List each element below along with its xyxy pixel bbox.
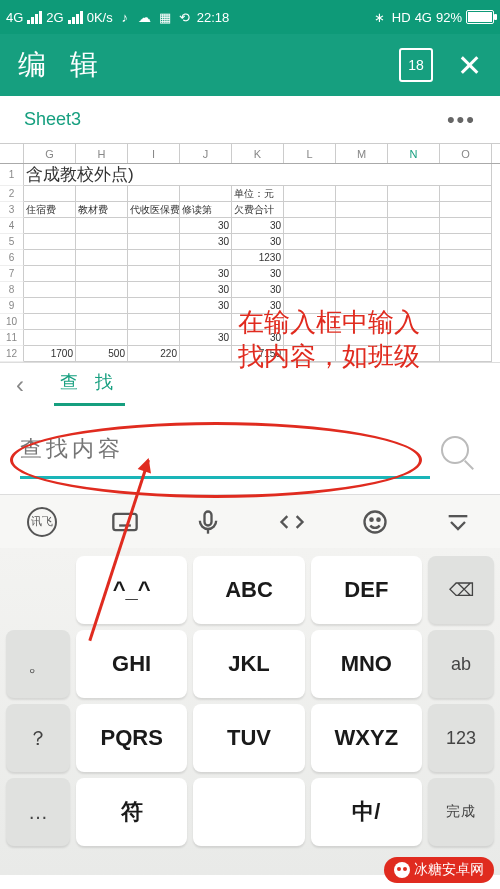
emoji-icon[interactable] xyxy=(357,504,393,540)
key-123[interactable]: 123 xyxy=(428,704,494,772)
svg-point-10 xyxy=(377,518,379,520)
status-left: 4G 2G 0K/s ♪ ☁ ▦ ⟲ 22:18 xyxy=(6,9,229,25)
watermark: 冰糖安卓网 xyxy=(384,857,494,883)
close-icon[interactable]: ✕ xyxy=(457,48,482,83)
table-row[interactable]: 1217005002207150 xyxy=(0,346,500,362)
keyboard-icon[interactable] xyxy=(107,504,143,540)
key-tuv[interactable]: TUV xyxy=(193,704,304,772)
music-icon: ♪ xyxy=(117,9,133,25)
find-toolbar: ‹ 查 找 xyxy=(0,362,500,406)
ime-logo-icon[interactable]: 讯飞 xyxy=(24,504,60,540)
grid-icon: ▦ xyxy=(157,9,173,25)
key-ab-mode[interactable]: ab xyxy=(428,630,494,698)
cloud-icon: ☁ xyxy=(137,9,153,25)
svg-point-9 xyxy=(370,518,372,520)
key-pqrs[interactable]: PQRS xyxy=(76,704,187,772)
find-tab[interactable]: 查 找 xyxy=(60,370,119,400)
key-abc[interactable]: ABC xyxy=(193,556,304,624)
table-row[interactable]: 43030 xyxy=(0,218,500,234)
battery-icon xyxy=(466,10,494,24)
key-question[interactable]: ？ xyxy=(6,704,70,772)
key-mno[interactable]: MNO xyxy=(311,630,422,698)
count-badge[interactable]: 18 xyxy=(399,48,433,82)
signal-icon xyxy=(27,11,42,24)
table-row[interactable]: 73030 xyxy=(0,266,500,282)
signal-icon-2 xyxy=(68,11,83,24)
key-jkl[interactable]: JKL xyxy=(193,630,304,698)
key-space[interactable] xyxy=(193,778,304,846)
net-label-1: 4G xyxy=(6,10,23,25)
battery-pct: 92% xyxy=(436,10,462,25)
search-icon xyxy=(441,436,469,464)
net-label-2: 2G xyxy=(46,10,63,25)
sheet-tab-bar: Sheet3 ••• xyxy=(0,96,500,144)
code-icon[interactable] xyxy=(274,504,310,540)
key-face[interactable]: ^_^ xyxy=(76,556,187,624)
key-ellipsis[interactable]: … xyxy=(6,778,70,846)
svg-rect-6 xyxy=(205,511,212,525)
key-period[interactable]: 。 xyxy=(6,630,70,698)
bt-icon: ∗ xyxy=(372,9,388,25)
search-button[interactable] xyxy=(430,436,480,464)
search-row xyxy=(0,406,500,494)
more-icon[interactable]: ••• xyxy=(447,107,476,133)
spreadsheet[interactable]: GHI JKL MNO 1 含成教校外点) 2 单位：元 3 住宿费 教材费 代… xyxy=(0,144,500,362)
table-row[interactable]: 61230 xyxy=(0,250,500,266)
back-icon[interactable]: ‹ xyxy=(16,371,24,399)
mic-icon[interactable] xyxy=(190,504,226,540)
net-speed: 0K/s xyxy=(87,10,113,25)
page-title: 编 辑 xyxy=(18,46,106,84)
hd-label: HD xyxy=(392,10,411,25)
app-header: 编 辑 18 ✕ xyxy=(0,34,500,96)
table-row[interactable]: 10 xyxy=(0,314,500,330)
key-def[interactable]: DEF xyxy=(311,556,422,624)
sync-icon: ⟲ xyxy=(177,9,193,25)
status-bar: 4G 2G 0K/s ♪ ☁ ▦ ⟲ 22:18 ∗ HD 4G 92% xyxy=(0,0,500,34)
key-symbols[interactable]: 符 xyxy=(76,778,187,846)
key-ghi[interactable]: GHI xyxy=(76,630,187,698)
table-row[interactable]: 113030 xyxy=(0,330,500,346)
dropdown-icon[interactable] xyxy=(440,504,476,540)
table-row[interactable]: 93030 xyxy=(0,298,500,314)
column-headers: GHI JKL MNO xyxy=(0,144,500,164)
table-row[interactable]: 53030 xyxy=(0,234,500,250)
backspace-icon: ⌫ xyxy=(449,579,474,601)
key-wxyz[interactable]: WXYZ xyxy=(311,704,422,772)
svg-rect-0 xyxy=(113,513,136,529)
net-label-3: 4G xyxy=(415,10,432,25)
svg-point-8 xyxy=(364,511,385,532)
sheet-tab[interactable]: Sheet3 xyxy=(24,109,81,130)
search-input[interactable] xyxy=(20,422,430,479)
key-done[interactable]: 完成 xyxy=(428,778,494,846)
watermark-icon xyxy=(394,862,410,878)
clock: 22:18 xyxy=(197,10,230,25)
table-row[interactable]: 3 住宿费 教材费 代收医保费 修读第 欠费合计 xyxy=(0,202,500,218)
table-row[interactable]: 83030 xyxy=(0,282,500,298)
key-backspace[interactable]: ⌫ xyxy=(428,556,494,624)
table-row[interactable]: 1 含成教校外点) xyxy=(0,164,500,186)
keyboard-toolbar: 讯飞 xyxy=(0,494,500,548)
status-right: ∗ HD 4G 92% xyxy=(372,9,494,25)
table-row[interactable]: 2 单位：元 xyxy=(0,186,500,202)
key-lang[interactable]: 中/ xyxy=(311,778,422,846)
keyboard: ^_^ ABC DEF ⌫ 。 GHI JKL MNO ab ？ PQRS TU… xyxy=(0,548,500,875)
